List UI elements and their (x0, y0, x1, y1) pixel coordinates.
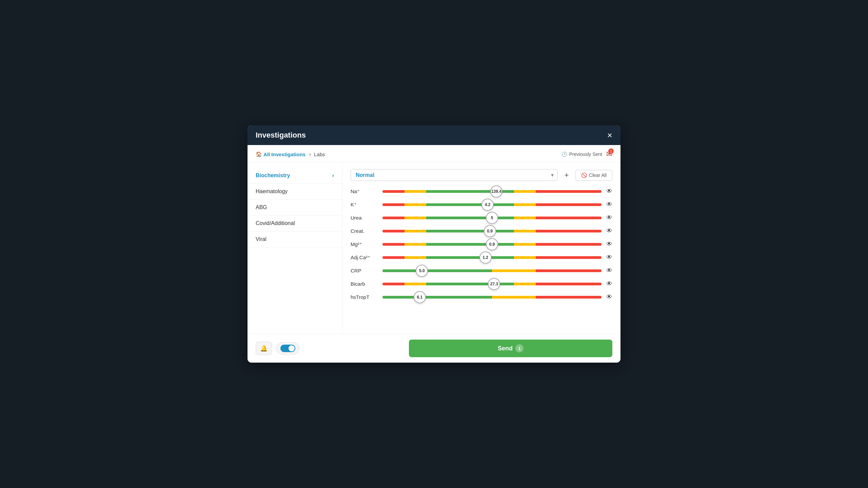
sidebar-item-biochemistry[interactable]: Biochemistry › (248, 168, 342, 184)
slider-label-mg: Mg²⁺ (351, 241, 378, 247)
sliders-container: Na⁺139.4👁K⁺4.2👁Urea5👁Creat.0.9👁Mg²⁺0.9👁A… (351, 188, 612, 301)
filter-select[interactable]: Normal Abnormal All (351, 169, 558, 181)
eye-button-k[interactable]: 👁 (606, 201, 612, 208)
chevron-right-icon: › (332, 172, 334, 179)
send-count-badge: 1 (515, 344, 524, 352)
send-button[interactable]: Send 1 (409, 340, 612, 357)
slider-row-hstropt: hsTropT6.1👁 (351, 293, 612, 301)
slider-row-na: Na⁺139.4👁 (351, 188, 612, 195)
slider-thumb-adjca[interactable]: 1.2 (479, 251, 492, 264)
sidebar-item-viral[interactable]: Viral (248, 231, 342, 247)
eye-button-bicarb[interactable]: 👁 (606, 280, 612, 287)
sidebar-item-label: Biochemistry (256, 172, 290, 179)
eye-button-crp[interactable]: 👁 (606, 267, 612, 274)
slider-row-bicarb: Bicarb27.3👁 (351, 280, 612, 287)
eye-button-creat[interactable]: 👁 (606, 227, 612, 235)
breadcrumb-current: Labs (314, 151, 325, 157)
investigations-modal: Investigations × 🏠 All Investigations > … (248, 125, 620, 363)
sidebar-item-haematology[interactable]: Haematology (248, 184, 342, 200)
slider-track-bicarb[interactable]: 27.3 (382, 282, 601, 286)
modal-header: Investigations × (248, 125, 620, 145)
eye-button-hstropt[interactable]: 👁 (606, 293, 612, 301)
bell-icon: 🔔 (260, 345, 268, 352)
slider-track-creat[interactable]: 0.9 (382, 229, 601, 233)
slider-track-mg[interactable]: 0.9 (382, 242, 601, 246)
clock-icon: 🕐 (561, 151, 567, 157)
bell-button[interactable]: 🔔 (256, 342, 272, 355)
slider-track-na[interactable]: 139.4 (382, 189, 601, 194)
normal-select-wrap: Normal Abnormal All ▾ (351, 169, 558, 181)
slider-track-crp[interactable]: 5.0 (382, 269, 601, 273)
sidebar-item-covid[interactable]: Covid/Additional (248, 216, 342, 231)
slider-label-k: K⁺ (351, 202, 378, 208)
breadcrumb: 🏠 All Investigations > Labs (256, 151, 325, 157)
send-label: Send (498, 345, 513, 352)
clear-icon: 🚫 (581, 172, 587, 178)
slider-label-na: Na⁺ (351, 188, 378, 195)
slider-thumb-hstropt[interactable]: 6.1 (414, 291, 426, 303)
slider-row-adjca: Adj.Ca²⁺1.2👁 (351, 254, 612, 261)
close-button[interactable]: × (607, 131, 612, 140)
previously-sent-label: Previously Sent (569, 151, 602, 157)
breadcrumb-row: 🏠 All Investigations > Labs 🕐 Previously… (248, 145, 620, 162)
sidebar-item-abg[interactable]: ABG (248, 200, 342, 216)
modal-overlay: Investigations × 🏠 All Investigations > … (0, 0, 868, 488)
slider-thumb-k[interactable]: 4.2 (481, 199, 494, 211)
slider-label-bicarb: Bicarb (351, 281, 378, 287)
breadcrumb-home-label: All Investigations (263, 151, 305, 157)
sidebar-item-label: Viral (256, 236, 267, 242)
slider-label-urea: Urea (351, 215, 378, 221)
home-icon: 🏠 (256, 151, 262, 157)
slider-thumb-bicarb[interactable]: 27.3 (488, 278, 500, 290)
slider-row-creat: Creat.0.9👁 (351, 227, 612, 235)
slider-row-k: K⁺4.2👁 (351, 201, 612, 208)
breadcrumb-separator: > (308, 151, 311, 157)
slider-track-hstropt[interactable]: 6.1 (382, 295, 601, 299)
slider-thumb-na[interactable]: 139.4 (490, 185, 502, 198)
slider-track-urea[interactable]: 5 (382, 216, 601, 220)
eye-button-adjca[interactable]: 👁 (606, 254, 612, 261)
eye-button-na[interactable]: 👁 (606, 188, 612, 195)
slider-thumb-creat[interactable]: 0.9 (484, 225, 496, 237)
slider-track-k[interactable]: 4.2 (382, 203, 601, 207)
slider-thumb-urea[interactable]: 5 (486, 212, 498, 224)
toggle-switch[interactable] (280, 345, 295, 352)
clear-all-label: Clear All (589, 172, 607, 178)
modal-main: Biochemistry › Haematology ABG Covid/Add… (248, 162, 620, 334)
sidebar: Biochemistry › Haematology ABG Covid/Add… (248, 162, 342, 334)
slider-label-adjca: Adj.Ca²⁺ (351, 255, 378, 261)
slider-label-hstropt: hsTropT (351, 294, 378, 300)
slider-label-crp: CRP (351, 268, 378, 273)
toggle-knob (289, 345, 295, 351)
previously-sent-button[interactable]: 🕐 Previously Sent (561, 151, 602, 157)
sidebar-item-label: ABG (256, 204, 267, 210)
filter-row: Normal Abnormal All ▾ + 🚫 Clear All (351, 169, 612, 181)
eye-button-mg[interactable]: 👁 (606, 241, 612, 248)
slider-row-mg: Mg²⁺0.9👁 (351, 241, 612, 248)
content-area: Normal Abnormal All ▾ + 🚫 Clear All Na⁺1… (342, 162, 620, 334)
footer-left: 🔔 (256, 342, 300, 355)
modal-title: Investigations (256, 131, 306, 140)
slider-label-creat: Creat. (351, 228, 378, 234)
add-button[interactable]: + (561, 170, 572, 181)
eye-button-urea[interactable]: 👁 (606, 214, 612, 221)
breadcrumb-right: 🕐 Previously Sent ✉ 1 (561, 150, 612, 159)
slider-row-crp: CRP5.0👁 (351, 267, 612, 274)
mail-badge: 1 (608, 148, 614, 154)
sidebar-item-label: Covid/Additional (256, 220, 295, 226)
slider-thumb-crp[interactable]: 5.0 (416, 265, 428, 277)
mail-button[interactable]: ✉ 1 (606, 150, 612, 159)
slider-thumb-mg[interactable]: 0.9 (486, 238, 498, 250)
clear-all-button[interactable]: 🚫 Clear All (575, 170, 612, 181)
modal-footer: 🔔 Send 1 (248, 334, 620, 363)
breadcrumb-home[interactable]: 🏠 All Investigations (256, 151, 305, 157)
sidebar-item-label: Haematology (256, 188, 288, 195)
slider-row-urea: Urea5👁 (351, 214, 612, 221)
slider-track-adjca[interactable]: 1.2 (382, 256, 601, 260)
toggle-wrap[interactable] (276, 342, 300, 354)
